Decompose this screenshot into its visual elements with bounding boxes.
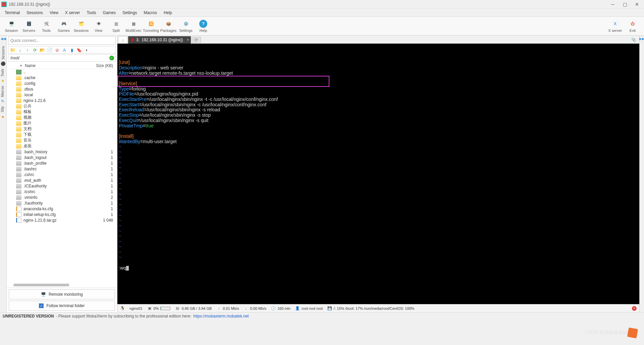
terminal-tab[interactable]: 3. 192.168.10.31 ([nginx]) × bbox=[128, 36, 191, 44]
toolbar-games[interactable]: 🎮Games bbox=[55, 20, 72, 33]
tree-row[interactable]: .viminfo2 bbox=[8, 194, 116, 200]
download-icon[interactable]: ↓ bbox=[17, 47, 23, 53]
upload-icon[interactable]: ↑ bbox=[24, 47, 31, 53]
quick-connect-input[interactable]: Quick connect... bbox=[8, 36, 116, 45]
footer-bar: UNREGISTERED VERSION - Please support Mo… bbox=[0, 312, 644, 320]
tree-row[interactable]: nginx-1.21.6 bbox=[8, 98, 116, 103]
home-tab[interactable]: ⌂ bbox=[118, 36, 127, 44]
toolbar-multiexec[interactable]: ▦MultiExec bbox=[125, 20, 142, 33]
terminal[interactable]: [Unit] Description=nginx - web server Af… bbox=[117, 44, 639, 304]
rail-macros[interactable]: ✎ Macros bbox=[0, 84, 5, 105]
file-icon bbox=[16, 189, 21, 194]
attachment-icon[interactable]: 📎 bbox=[631, 38, 637, 44]
menu-settings[interactable]: Settings bbox=[119, 9, 140, 16]
statusbar-close-icon[interactable]: × bbox=[632, 306, 637, 311]
disk-icon: 💾 bbox=[327, 306, 332, 311]
follow-terminal-toggle[interactable]: ✓ Follow terminal folder bbox=[9, 301, 115, 311]
toolbar-split[interactable]: ▥Split bbox=[107, 20, 125, 33]
tree-row[interactable]: .Xauthority1 bbox=[8, 200, 116, 206]
tree-row[interactable]: .bash_logout1 bbox=[8, 155, 116, 160]
rail-sftp[interactable]: ● Sftp bbox=[0, 105, 5, 120]
rail-tools[interactable]: ★ Tools bbox=[0, 67, 5, 84]
file-icon bbox=[16, 178, 21, 183]
overlay-badge bbox=[627, 328, 638, 338]
tree-row[interactable]: .cache bbox=[8, 75, 116, 80]
menu-help[interactable]: Help bbox=[160, 9, 175, 16]
tree-row[interactable]: .bash_profile1 bbox=[8, 160, 116, 166]
status-strip: 🐧 nginx01 ▣0% ▤0.86 GB / 3.84 GB ↑0.01 M… bbox=[117, 304, 639, 312]
menu-games[interactable]: Games bbox=[100, 9, 119, 16]
newfile-icon[interactable]: 📄 bbox=[47, 47, 53, 53]
tree-row[interactable]: .tcshrc1 bbox=[8, 189, 116, 194]
expand-rail-icon[interactable]: ▶▶ bbox=[639, 37, 644, 41]
archive-file-icon bbox=[16, 218, 21, 223]
menu-xserver[interactable]: X server bbox=[62, 9, 84, 16]
tree-item-name: 图片 bbox=[23, 120, 93, 126]
folder-icon bbox=[16, 98, 21, 103]
rail-sessions[interactable]: ⚫ Sessions bbox=[0, 45, 6, 67]
toolbar-view[interactable]: 👁️View bbox=[90, 20, 107, 33]
collapse-rail-icon[interactable]: ◀◀ bbox=[1, 37, 6, 41]
newfolder-icon[interactable]: 📂 bbox=[39, 47, 45, 53]
multiexec-icon: ▦ bbox=[129, 20, 138, 28]
menu-terminal[interactable]: Terminal bbox=[1, 9, 23, 16]
toolbar-session[interactable]: 🖥️Session bbox=[3, 20, 20, 33]
toolbar-xserver[interactable]: XX server bbox=[606, 20, 624, 33]
new-tab-button[interactable]: ⟳ bbox=[192, 37, 201, 43]
hscrollbar[interactable] bbox=[13, 284, 114, 286]
tree-row[interactable]: 模板 bbox=[8, 109, 116, 115]
toolbar-servers[interactable]: 🗄️Servers bbox=[20, 20, 38, 33]
toolbar-help[interactable]: ?Help bbox=[195, 20, 212, 33]
tree-row[interactable]: 下载 bbox=[8, 132, 116, 137]
rail-sftp-icon: ● bbox=[1, 114, 4, 119]
refresh-icon[interactable]: ⟳ bbox=[32, 47, 38, 53]
tree-row[interactable]: .ICEauthority1 bbox=[8, 183, 116, 189]
menu-macros[interactable]: Macros bbox=[141, 9, 160, 16]
file-tree[interactable]: ...cache.config.dbus.localnginx-1.21.6公共… bbox=[8, 69, 116, 283]
tree-row[interactable]: 视频 bbox=[8, 115, 116, 120]
tree-row[interactable]: .esd_auth1 bbox=[8, 177, 116, 183]
menu-sessions[interactable]: Sessions bbox=[23, 9, 46, 16]
tree-row[interactable]: .dbus bbox=[8, 86, 116, 92]
expand-icon[interactable]: ▾ bbox=[20, 64, 23, 67]
col-name[interactable]: Name bbox=[25, 63, 96, 68]
toolbar-settings[interactable]: ⚙️Settings bbox=[177, 20, 195, 33]
tree-row[interactable]: initial-setup-ks.cfg1 bbox=[8, 212, 116, 217]
path-bar[interactable]: /root/ ✓ bbox=[8, 54, 116, 62]
highlight-icon[interactable]: ▮ bbox=[69, 47, 75, 53]
tree-row[interactable]: .local bbox=[8, 92, 116, 98]
minimize-button[interactable]: ─ bbox=[610, 1, 616, 7]
folder-icon[interactable]: 📁 bbox=[10, 47, 16, 53]
toolbar-tools[interactable]: 🛠️Tools bbox=[38, 20, 55, 33]
tree-row[interactable]: 音乐 bbox=[8, 137, 116, 143]
tree-row[interactable]: .. bbox=[8, 69, 116, 75]
menu-tools[interactable]: Tools bbox=[84, 9, 100, 16]
footer-link[interactable]: https://mobaxterm.mobatek.net bbox=[193, 314, 249, 319]
tree-row[interactable]: 文档 bbox=[8, 126, 116, 132]
col-size[interactable]: Size (KB) bbox=[96, 63, 113, 68]
toolbar-sessions[interactable]: 🗂️Sessions bbox=[72, 20, 90, 33]
tree-row[interactable]: 图片 bbox=[8, 120, 116, 126]
tree-row[interactable]: 公共 bbox=[8, 103, 116, 109]
rename-icon[interactable]: A bbox=[61, 47, 67, 53]
delete-icon[interactable]: ⊘ bbox=[54, 47, 60, 53]
bookmark-icon[interactable]: 🔖 bbox=[76, 47, 82, 53]
tree-row[interactable]: .cshrc1 bbox=[8, 172, 116, 177]
tree-row[interactable]: .config bbox=[8, 80, 116, 86]
toolbar-packages[interactable]: 📦Packages bbox=[160, 20, 177, 33]
tree-row[interactable]: anaconda-ks.cfg1 bbox=[8, 206, 116, 212]
toolbar-tunneling[interactable]: 🔀Tunneling bbox=[142, 20, 160, 33]
menu-view[interactable]: View bbox=[46, 9, 62, 16]
maximize-button[interactable]: ▢ bbox=[622, 1, 628, 7]
tree-row[interactable]: 桌面 bbox=[8, 143, 116, 149]
tree-item-size: 1 bbox=[93, 167, 113, 171]
tree-row[interactable]: .bashrc1 bbox=[8, 166, 116, 172]
toolbar-exit[interactable]: ⏻Exit bbox=[624, 20, 641, 33]
terminal-icon[interactable]: ▪ bbox=[84, 47, 90, 53]
tools-label: Tools bbox=[42, 28, 51, 33]
close-button[interactable]: ✕ bbox=[634, 1, 640, 7]
tree-row[interactable]: nginx-1.21.6.tar.gz1 048 bbox=[8, 217, 116, 223]
tree-row[interactable]: .bash_history1 bbox=[8, 149, 116, 155]
close-tab-icon[interactable]: × bbox=[186, 38, 189, 42]
remote-monitoring-button[interactable]: 🖥️ Remote monitoring bbox=[9, 289, 115, 299]
